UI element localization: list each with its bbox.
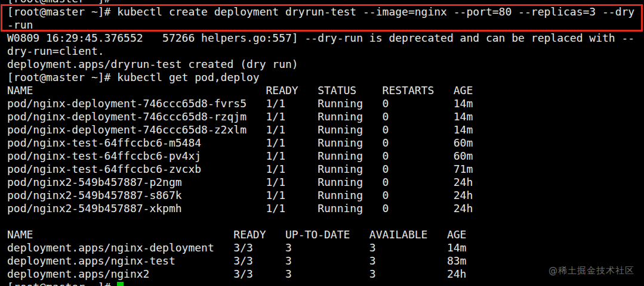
final-prompt-line: [root@master ~]# — [0, 281, 644, 286]
table-row: pod/nginx-deployment-746ccc65d8-z2xlm 1/… — [0, 123, 644, 136]
dry-run-result-line: deployment.apps/dryrun-test created (dry… — [0, 58, 644, 71]
cursor-block — [117, 282, 124, 286]
table-row: pod/nginx-test-64ffccbc6-m5484 1/1 Runni… — [0, 136, 644, 150]
create-command-line-1: [root@master ~]# kubectl create deployme… — [0, 5, 644, 18]
terminal-output: [root@master ~]# [root@master ~]# kubect… — [0, 0, 644, 286]
terminal-window[interactable]: [root@master ~]# [root@master ~]# kubect… — [0, 0, 644, 286]
pods-table: NAME READY STATUS RESTARTS AGEpod/nginx-… — [0, 84, 644, 215]
table-header-row: NAME READY UP-TO-DATE AVAILABLE AGE — [0, 228, 644, 241]
watermark: @稀土掘金技术社区 — [549, 264, 634, 277]
deployments-table: NAME READY UP-TO-DATE AVAILABLE AGEdeplo… — [0, 228, 644, 281]
table-row: pod/nginx-test-64ffccbc6-pv4xj 1/1 Runni… — [0, 150, 644, 163]
table-row: pod/nginx-deployment-746ccc65d8-rzqjm 1/… — [0, 110, 644, 123]
previous-prompt-line: [root@master ~]# — [0, 0, 644, 5]
final-prompt: [root@master ~]# — [7, 281, 110, 286]
table-row: pod/nginx-deployment-746ccc65d8-fvrs5 1/… — [0, 97, 644, 110]
blank-line — [0, 215, 644, 228]
table-row: deployment.apps/nginx-test 3/3 3 3 83m — [0, 254, 644, 268]
get-command-line: [root@master ~]# kubectl get pod,deploy — [0, 71, 644, 84]
deprecation-warning-line-1: W0809 16:29:45.376552 57266 helpers.go:5… — [0, 32, 644, 45]
table-row: pod/nginx2-549b457887-p2ngm 1/1 Running … — [0, 176, 644, 189]
table-row: pod/nginx2-549b457887-xkpmh 1/1 Running … — [0, 202, 644, 215]
table-row: pod/nginx-test-64ffccbc6-zvcxb 1/1 Runni… — [0, 163, 644, 176]
table-row: deployment.apps/nginx-deployment 3/3 3 3… — [0, 241, 644, 254]
create-command-line-2: -run — [0, 18, 644, 32]
table-row: pod/nginx2-549b457887-s867k 1/1 Running … — [0, 189, 644, 202]
table-header-row: NAME READY STATUS RESTARTS AGE — [0, 84, 644, 97]
table-row: deployment.apps/nginx2 3/3 3 3 24h — [0, 268, 644, 281]
deprecation-warning-line-2: dry-run=client. — [0, 45, 644, 58]
